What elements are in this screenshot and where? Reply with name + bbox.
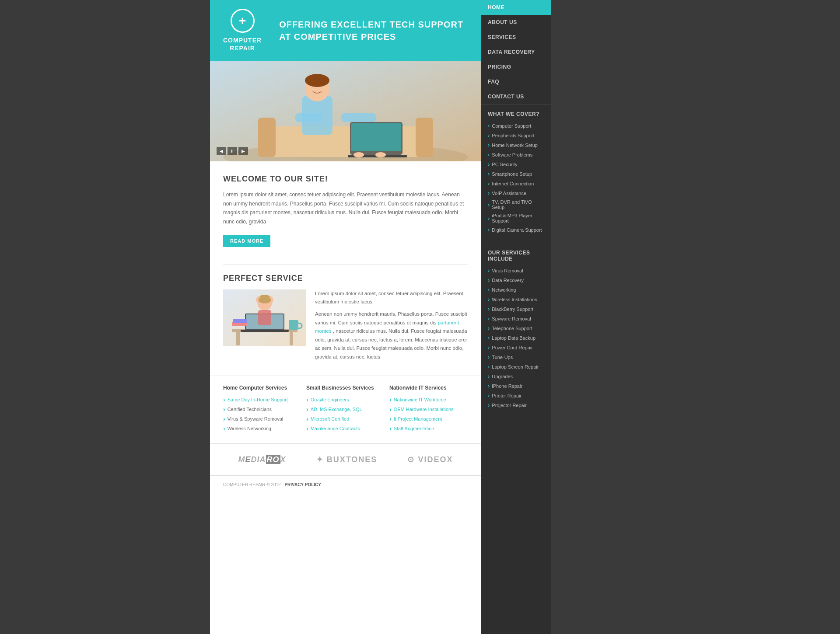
sidebar-list-item: Internet Connection	[488, 180, 545, 187]
partners-section: MEDIAROX ✦ Buxtones ⊙ ViDEOX	[210, 443, 481, 475]
nav-link-data-recovery[interactable]: DATA RECOVERY	[481, 45, 551, 59]
hero-banner: ◀ ⏸ ▶	[210, 61, 481, 161]
our-services-title: OUR SERVICES INCLUDE	[488, 250, 545, 262]
our-services-section: OUR SERVICES INCLUDE Virus Removal Data …	[481, 243, 551, 418]
welcome-title: WELCOME TO OUR SITE!	[223, 174, 468, 184]
svg-rect-11	[295, 113, 322, 122]
nav-item-data-recovery[interactable]: DATA RECOVERY	[481, 45, 551, 59]
nav-link-pricing[interactable]: PRICING	[481, 59, 551, 74]
sidebar-list-item: TV, DVR and TiVO Setup	[488, 199, 545, 210]
sidebar: HOME ABOUT US SERVICES DATA RECOVERY PRI…	[481, 0, 551, 634]
nav-item-services[interactable]: SERVICES	[481, 30, 551, 45]
sidebar-list-item: Peripherals Support	[488, 132, 545, 139]
hero-pause-button[interactable]: ⏸	[228, 147, 237, 155]
sidebar-list-item: VoIP Assistance	[488, 190, 545, 196]
svg-point-7	[305, 74, 329, 87]
nav-link-about[interactable]: ABOUT US	[481, 15, 551, 30]
site-header: + COMPUTER REPAIR OFFERING EXCELLENT TEC…	[210, 0, 481, 61]
header-tagline: OFFERING EXCELLENT TECH SUPPORT AT COMPE…	[279, 18, 463, 43]
home-services-list: Same Day In-Home Support Certified Techn…	[223, 396, 302, 432]
small-biz-title: Small Businesses Services	[306, 385, 385, 391]
site-footer: COMPUTER REPAIR © 2012 PRIVACY POLICY	[210, 475, 481, 494]
sidebar-list-item: iPhone Repair	[488, 383, 545, 389]
nationwide-col: Nationwide IT Services Nationwide IT Wor…	[389, 385, 468, 435]
nav-item-pricing[interactable]: PRICING	[481, 59, 551, 74]
nav-link-home[interactable]: HOME	[481, 0, 551, 15]
next-icon: ▶	[242, 149, 245, 153]
partner-videox: ⊙ ViDEOX	[407, 455, 453, 464]
list-item: Wireless Networking	[223, 425, 302, 432]
small-biz-col: Small Businesses Services On-site Engine…	[306, 385, 385, 435]
what-we-cover-title: WHAT WE COVER?	[488, 111, 545, 117]
sidebar-list-item: Power Cord Repair	[488, 344, 545, 351]
sidebar-list-item: Spyware Removal	[488, 315, 545, 322]
section-divider	[223, 265, 468, 265]
svg-rect-12	[341, 113, 376, 122]
welcome-section: WELCOME TO OUR SITE! Lorem ipsum dolor s…	[210, 161, 481, 256]
service-content: Lorem ipsum dolor sit amet, consec tetue…	[223, 289, 468, 365]
our-services-list: Virus Removal Data Recovery Networking W…	[488, 267, 545, 408]
svg-rect-21	[241, 330, 289, 332]
nav-menu: HOME ABOUT US SERVICES DATA RECOVERY PRI…	[481, 0, 551, 104]
svg-rect-23	[232, 322, 247, 326]
sidebar-list-item: Printer Repair	[488, 392, 545, 399]
service-illustration	[223, 289, 306, 346]
logo-symbol: +	[239, 15, 246, 27]
sidebar-list-item: Laptop Screen Repair	[488, 363, 545, 370]
list-item: Microsoft Certified	[306, 415, 385, 422]
hero-controls: ◀ ⏸ ▶	[217, 147, 248, 155]
service-description: Lorem ipsum dolor sit amet, consec tetue…	[315, 289, 468, 365]
service-image	[223, 289, 306, 346]
sidebar-list-item: Projector Repair	[488, 402, 545, 408]
list-item: Certified Technicians	[223, 406, 302, 413]
hero-illustration	[210, 61, 481, 161]
three-col-services: Home Computer Services Same Day In-Home …	[210, 376, 481, 443]
partner-mediabox: MEDIAROX	[238, 455, 286, 464]
svg-rect-17	[236, 332, 240, 345]
svg-rect-9	[351, 123, 401, 151]
svg-rect-22	[289, 320, 298, 330]
what-we-cover-section: WHAT WE COVER? Computer Support Peripher…	[481, 104, 551, 243]
nav-link-faq[interactable]: FAQ	[481, 74, 551, 89]
sidebar-list-item: BlackBerry Support	[488, 306, 545, 312]
nav-item-contact[interactable]: CONTACT US	[481, 89, 551, 104]
sidebar-list-item: Networking	[488, 286, 545, 293]
sidebar-list-item: Virus Removal	[488, 267, 545, 274]
list-item: AD, MS Exchange, SQL	[306, 406, 385, 413]
small-biz-list: On-site Engineers AD, MS Exchange, SQL M…	[306, 396, 385, 432]
service-para2: Aenean non ummy hendrerit mauris. Phasel…	[315, 310, 468, 361]
svg-point-26	[258, 295, 272, 303]
logo: + COMPUTER REPAIR	[223, 9, 262, 52]
list-item: It Project Management	[389, 415, 468, 422]
hero-next-button[interactable]: ▶	[238, 147, 248, 155]
read-more-button[interactable]: READ MORE	[223, 235, 270, 247]
privacy-policy-link[interactable]: PRIVACY POLICY	[284, 482, 321, 487]
hero-prev-button[interactable]: ◀	[217, 147, 226, 155]
list-item: Nationwide IT Workforce	[389, 396, 468, 403]
pause-icon: ⏸	[230, 149, 234, 153]
logo-circle: +	[231, 9, 255, 33]
list-item: Same Day In-Home Support	[223, 396, 302, 403]
prev-icon: ◀	[220, 149, 223, 153]
list-item: OEM Hardware Installations	[389, 406, 468, 413]
list-item: On-site Engineers	[306, 396, 385, 403]
sidebar-list-item: Tune-Ups	[488, 354, 545, 360]
sidebar-list-item: Software Problems	[488, 151, 545, 158]
svg-rect-2	[262, 126, 429, 157]
home-services-col: Home Computer Services Same Day In-Home …	[223, 385, 302, 435]
svg-rect-4	[416, 118, 433, 157]
sidebar-list-item: Computer Support	[488, 122, 545, 129]
nav-link-contact[interactable]: CONTACT US	[481, 89, 551, 104]
sidebar-list-item: Telephone Support	[488, 325, 545, 331]
svg-rect-3	[258, 118, 276, 157]
nav-item-about[interactable]: ABOUT US	[481, 15, 551, 30]
sidebar-list-item: Home Network Setup	[488, 142, 545, 148]
nav-link-services[interactable]: SERVICES	[481, 30, 551, 45]
sidebar-list-item: PC Security	[488, 161, 545, 167]
nationwide-title: Nationwide IT Services	[389, 385, 468, 391]
list-item: Virus & Spyware Removal	[223, 415, 302, 422]
list-item: Staff Augmentation	[389, 425, 468, 432]
nav-item-faq[interactable]: FAQ	[481, 74, 551, 89]
sidebar-list-item: Digital Camera Support	[488, 226, 545, 233]
nav-item-home[interactable]: HOME	[481, 0, 551, 15]
